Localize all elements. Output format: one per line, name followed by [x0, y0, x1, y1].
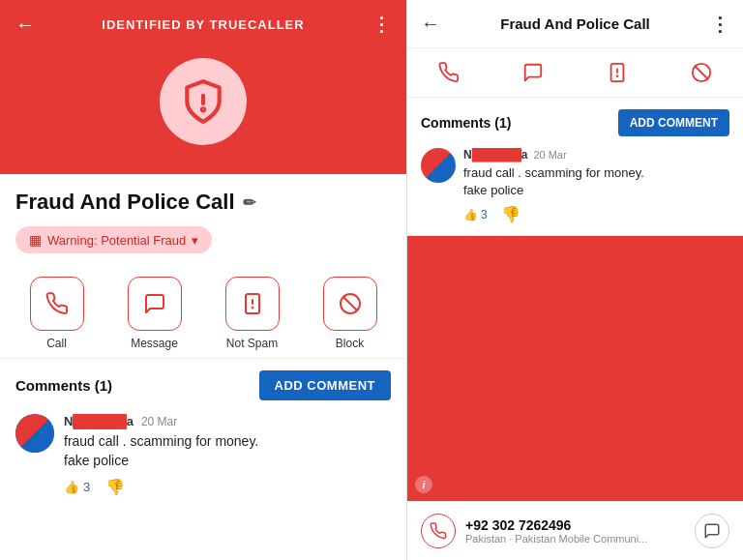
right-header: ← Fraud And Police Call ⋮ — [407, 0, 743, 48]
svg-line-11 — [695, 67, 707, 79]
right-comment-date: 20 Mar — [533, 149, 566, 161]
right-tab-call[interactable] — [427, 58, 471, 87]
left-dislike-button[interactable]: 👎 — [105, 478, 125, 496]
action-not-spam[interactable]: Not Spam — [225, 277, 280, 350]
right-comments-title: Comments (1) — [421, 115, 511, 131]
badge-icon: ▦ — [29, 232, 42, 248]
block-label: Block — [336, 337, 364, 350]
right-more-menu-icon[interactable]: ⋮ — [710, 13, 729, 36]
edit-icon[interactable]: ✏ — [243, 193, 255, 212]
right-bottom-bar: +92 302 7262496 Pakistan · Pakistan Mobi… — [407, 501, 743, 560]
right-tab-info[interactable] — [595, 58, 639, 87]
svg-line-6 — [342, 297, 356, 310]
left-comments-section: Comments (1) ADD COMMENT N██████a 20 Mar… — [0, 359, 406, 508]
left-comment-reactions: 👍 3 👎 — [64, 478, 391, 496]
right-comments-section: Comments (1) ADD COMMENT N██████a 20 Mar… — [407, 98, 743, 236]
left-comments-title: Comments (1) — [15, 377, 112, 394]
left-comment-avatar — [15, 414, 54, 453]
right-block-icon — [691, 62, 712, 83]
right-dislike-button[interactable]: 👎 — [501, 205, 520, 223]
svg-point-9 — [616, 75, 617, 76]
shield-alert-icon — [179, 77, 227, 126]
more-menu-icon[interactable]: ⋮ — [372, 13, 391, 36]
block-icon — [339, 292, 362, 315]
right-comment-text: fraud call . scamming for money. fake po… — [463, 164, 729, 199]
info-icon[interactable]: i — [415, 476, 432, 493]
warning-badge[interactable]: ▦ Warning: Potential Fraud ▾ — [15, 226, 212, 253]
message-button[interactable] — [128, 277, 182, 331]
right-bottom-left: +92 302 7262496 Pakistan · Pakistan Mobi… — [421, 514, 647, 548]
call-label: Call — [46, 337, 67, 350]
header-title: IDENTIFIED BY TRUECALLER — [102, 17, 304, 32]
phone-info: Pakistan · Pakistan Mobile Communi... — [465, 533, 647, 545]
action-message[interactable]: Message — [128, 277, 182, 350]
chevron-down-icon: ▾ — [192, 233, 198, 248]
right-panel: ← Fraud And Police Call ⋮ — [406, 0, 743, 560]
not-spam-icon — [241, 292, 264, 315]
right-comment-avatar — [421, 148, 456, 183]
right-comment-item: N██████a 20 Mar fraud call . scamming fo… — [421, 148, 729, 223]
block-button[interactable] — [323, 277, 377, 331]
phone-icon — [45, 292, 69, 315]
svg-point-1 — [202, 108, 204, 110]
right-add-comment-button[interactable]: ADD COMMENT — [618, 109, 729, 136]
action-call[interactable]: Call — [30, 277, 84, 350]
back-icon[interactable]: ← — [15, 14, 35, 36]
left-comment-redacted: ██████ — [73, 414, 126, 428]
contact-name: Fraud And Police Call ✏ — [15, 190, 391, 215]
right-page-title: Fraud And Police Call — [500, 15, 649, 32]
red-banner: i — [407, 236, 743, 501]
left-comments-header: Comments (1) ADD COMMENT — [15, 370, 391, 400]
message-icon — [143, 292, 166, 315]
shield-circle — [160, 58, 247, 145]
left-like-button[interactable]: 👍 3 — [64, 480, 90, 494]
left-panel: ← IDENTIFIED BY TRUECALLER ⋮ Fraud And P… — [0, 0, 406, 560]
left-header: ← IDENTIFIED BY TRUECALLER ⋮ — [0, 0, 406, 48]
right-comment-meta: N██████a 20 Mar — [463, 148, 729, 162]
right-comment-reactions: 👍 3 👎 — [463, 205, 729, 223]
left-add-comment-button[interactable]: ADD COMMENT — [259, 370, 391, 400]
right-message-icon — [522, 62, 544, 83]
message-label: Message — [131, 337, 178, 350]
svg-point-4 — [252, 308, 253, 309]
left-comment-text: fraud call . scamming for money. fake po… — [64, 432, 391, 470]
left-comment-body: N██████a 20 Mar fraud call . scamming fo… — [64, 414, 391, 496]
shield-section — [0, 48, 406, 174]
right-back-icon[interactable]: ← — [421, 13, 440, 35]
right-tabs — [407, 48, 743, 98]
right-tab-block[interactable] — [679, 58, 724, 87]
left-comment-item: N██████a 20 Mar fraud call . scamming fo… — [15, 414, 391, 496]
right-tab-message[interactable] — [511, 58, 555, 87]
not-spam-label: Not Spam — [226, 337, 278, 350]
left-comment-date: 20 Mar — [141, 415, 177, 428]
right-clipboard-icon — [607, 62, 628, 83]
call-button[interactable] — [30, 277, 84, 331]
right-comments-header: Comments (1) ADD COMMENT — [421, 109, 729, 136]
left-comment-user: N██████a — [64, 414, 134, 428]
right-comment-body: N██████a 20 Mar fraud call . scamming fo… — [463, 148, 729, 223]
right-phone-icon — [438, 62, 460, 83]
actions-row: Call Message Not Spam — [0, 261, 406, 359]
bottom-phone-icon-circle — [421, 514, 456, 548]
bottom-phone-icon — [430, 522, 447, 540]
right-like-button[interactable]: 👍 3 — [463, 208, 488, 221]
right-comment-redacted: ██████ — [472, 148, 521, 162]
phone-number: +92 302 7262496 — [465, 517, 647, 533]
not-spam-button[interactable] — [225, 277, 280, 331]
bottom-chat-icon — [703, 522, 721, 540]
right-comment-user: N██████a — [463, 148, 527, 162]
bottom-chat-button[interactable] — [695, 514, 729, 548]
left-comment-meta: N██████a 20 Mar — [64, 414, 391, 428]
phone-details: +92 302 7262496 Pakistan · Pakistan Mobi… — [465, 517, 647, 545]
action-block[interactable]: Block — [323, 277, 377, 350]
contact-info: Fraud And Police Call ✏ ▦ Warning: Poten… — [0, 174, 406, 261]
